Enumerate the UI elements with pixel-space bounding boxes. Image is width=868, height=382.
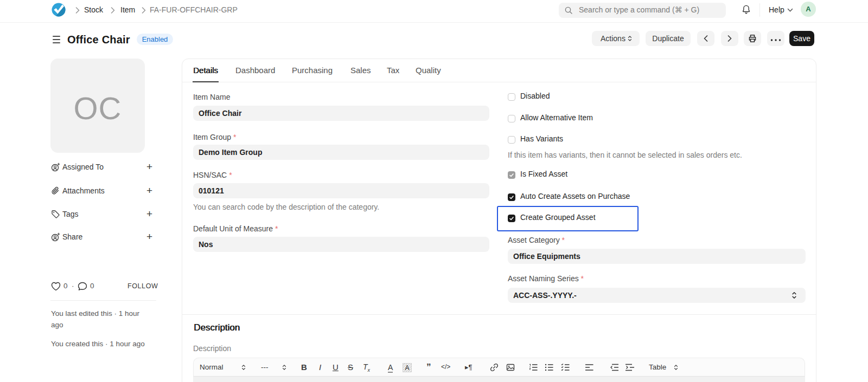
svg-text:A: A bbox=[405, 364, 409, 372]
